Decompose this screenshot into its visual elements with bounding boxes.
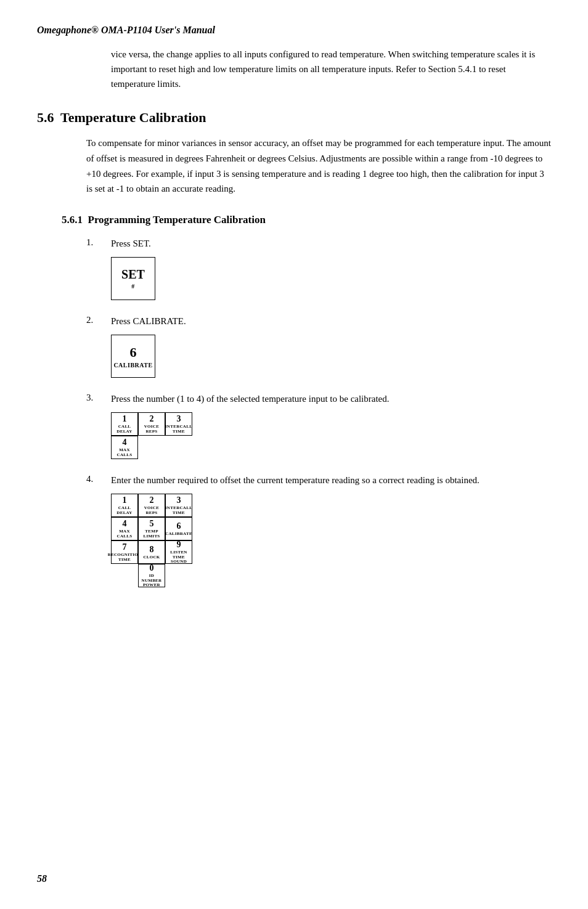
step-3-keys-row1: 1 CALL DELAY 2 VOICE REPS 3 INTERCALL TI… bbox=[111, 412, 551, 436]
step-2-key: 6 CALIBRATE bbox=[111, 335, 551, 378]
s4-key-5: 5 TEMP LIMITS bbox=[138, 517, 165, 540]
s4-key-1: 1 CALL DELAY bbox=[111, 494, 138, 517]
step-2-number: 2. bbox=[86, 314, 111, 325]
header-title: Omegaphone® OMA-P1104 User's Manual bbox=[37, 25, 215, 35]
step-1: 1. Press SET. SET # bbox=[86, 236, 551, 300]
set-key-label: SET bbox=[121, 267, 145, 282]
step-2: 2. Press CALIBRATE. 6 CALIBRATE bbox=[86, 314, 551, 378]
calibrate-key-label: CALIBRATE bbox=[113, 362, 152, 369]
step-4-keys: 1 CALL DELAY 2 VOICE REPS 3 INTERCALL TI… bbox=[111, 494, 551, 587]
step-4-keys-row2: 4 MAX CALLS 5 TEMP LIMITS 6 CALIBRATE bbox=[111, 517, 551, 540]
step-1-content: Press SET. SET # bbox=[111, 236, 551, 300]
step-3: 3. Press the number (1 to 4) of the sele… bbox=[86, 391, 551, 459]
set-key-sublabel: # bbox=[131, 283, 135, 290]
s4-key-8: 8 CLOCK bbox=[138, 540, 165, 564]
key-3-intercall-time: 3 INTERCALL TIME bbox=[165, 412, 192, 436]
s4-key-4: 4 MAX CALLS bbox=[111, 517, 138, 540]
page-number: 58 bbox=[37, 873, 47, 884]
s4-key-7: 7 RECOGNITION TIME bbox=[111, 540, 138, 564]
s4-key-9: 9 LISTEN TIME SOUND bbox=[165, 540, 192, 564]
section-561-title: 5.6.1 Programming Temperature Calibratio… bbox=[62, 214, 551, 226]
s4-key-0: 0 ID NUMBER POWER bbox=[138, 564, 165, 587]
step-2-content: Press CALIBRATE. 6 CALIBRATE bbox=[111, 314, 551, 378]
step-4-keys-row1: 1 CALL DELAY 2 VOICE REPS 3 INTERCALL TI… bbox=[111, 494, 551, 517]
key-2-voice-reps: 2 VOICE REPS bbox=[138, 412, 165, 436]
set-key: SET # bbox=[111, 257, 155, 300]
section-56-body: To compensate for minor variances in sen… bbox=[86, 136, 551, 197]
step-3-text: Press the number (1 to 4) of the selecte… bbox=[111, 391, 551, 406]
step-4-text: Enter the number required to offset the … bbox=[111, 473, 551, 487]
s4-key-6: 6 CALIBRATE bbox=[165, 517, 192, 540]
key-1-call-delay: 1 CALL DELAY bbox=[111, 412, 138, 436]
step-3-keys: 1 CALL DELAY 2 VOICE REPS 3 INTERCALL TI… bbox=[111, 412, 551, 459]
step-4: 4. Enter the number required to offset t… bbox=[86, 473, 551, 587]
section-56-title: 5.6 Temperature Calibration bbox=[37, 110, 551, 126]
step-4-content: Enter the number required to offset the … bbox=[111, 473, 551, 587]
step-4-number: 4. bbox=[86, 473, 111, 484]
step-4-keys-row3: 7 RECOGNITION TIME 8 CLOCK 9 LISTEN TIME… bbox=[111, 540, 551, 564]
key-4-max-calls: 4 MAX CALLS bbox=[111, 436, 138, 459]
calibrate-key: 6 CALIBRATE bbox=[111, 335, 155, 378]
step-3-content: Press the number (1 to 4) of the selecte… bbox=[111, 391, 551, 459]
step-4-keys-row4: 0 ID NUMBER POWER bbox=[138, 564, 551, 587]
s4-key-3: 3 INTERCALL TIME bbox=[165, 494, 192, 517]
step-2-text: Press CALIBRATE. bbox=[111, 314, 551, 328]
intro-text: vice versa, the change applies to all in… bbox=[111, 47, 551, 91]
step-3-number: 3. bbox=[86, 391, 111, 403]
page-header: Omegaphone® OMA-P1104 User's Manual bbox=[37, 25, 551, 36]
step-1-number: 1. bbox=[86, 236, 111, 248]
calibrate-key-number: 6 bbox=[130, 344, 137, 361]
s4-key-2: 2 VOICE REPS bbox=[138, 494, 165, 517]
step-1-key: SET # bbox=[111, 257, 551, 300]
step-3-keys-row2: 4 MAX CALLS bbox=[111, 436, 551, 459]
step-1-text: Press SET. bbox=[111, 236, 551, 251]
